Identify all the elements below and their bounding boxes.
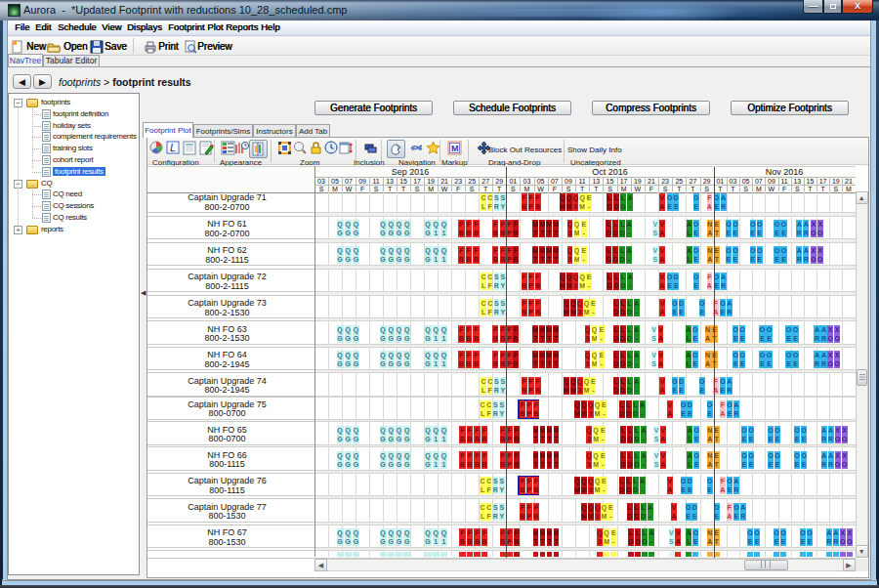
svg-text:M: M — [451, 144, 459, 153]
svg-text:L: L — [170, 142, 176, 153]
